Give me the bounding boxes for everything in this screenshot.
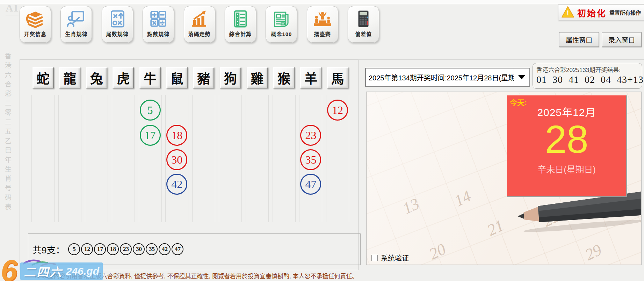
number-ball: 17 (140, 125, 161, 146)
toolbar-button[interactable]: 落碼走勢 (184, 6, 215, 43)
summary-balls: 51217182330354247 (68, 243, 184, 255)
today-calendar-card: 今天: 2025年12月 28 辛未日(星期日) (507, 95, 627, 197)
summary-label: 共9支： (32, 243, 65, 256)
number-ball: 47 (300, 174, 321, 195)
latest-result-box: 香港六合彩2025133期开奖结果: 01 30 41 02 04 43+13 (533, 63, 642, 89)
toolbar-button[interactable]: 概念100 (266, 6, 297, 43)
podium-icon (312, 9, 333, 29)
number-ball: 5 (140, 100, 161, 121)
site-watermark: 二四六 246.gd (20, 262, 103, 280)
zodiac-tab[interactable]: 馬 (327, 67, 348, 88)
toolbar-button[interactable]: 點數規律 (143, 6, 174, 43)
zodiac-tab[interactable]: 猴 (273, 67, 295, 88)
summary-ball: 18 (107, 243, 119, 255)
summary-ball: 17 (94, 243, 106, 255)
zodiac-tab[interactable]: 狗 (220, 67, 241, 88)
calendar-day-info: 辛未日(星期日) (507, 163, 626, 175)
app-window: A1 开奖信息 生肖规律 尾数规律 點數規律 落碼走勢 綜合計算 概念100 擂… (0, 0, 644, 281)
newspaper-icon (271, 9, 291, 29)
calculator-icon (353, 9, 374, 29)
toolbar-button[interactable]: 生肖规律 (60, 6, 92, 43)
toolbar-button-label: 概念100 (271, 30, 292, 37)
number-ball: 35 (300, 149, 321, 170)
summary-ball: 42 (159, 243, 171, 255)
grid-column (273, 95, 296, 222)
zodiac-tab[interactable]: 蛇 (32, 67, 54, 88)
system-check-label: 系统验证 (381, 253, 409, 263)
summary-ball: 30 (133, 243, 145, 255)
checklist-icon (230, 9, 251, 29)
system-check-checkbox[interactable] (371, 255, 378, 261)
grid-column (219, 95, 242, 222)
presentation-icon (66, 9, 86, 29)
summary-ball: 23 (120, 243, 132, 255)
zodiac-tab[interactable]: 雞 (247, 67, 268, 88)
toolbar-button-label: 點數規律 (147, 30, 169, 37)
toolbar-button[interactable]: 偏差值 (348, 6, 379, 43)
grid-column (112, 95, 135, 222)
zodiac-tab[interactable]: 羊 (300, 67, 321, 88)
books-icon (25, 9, 45, 29)
grid-column: 517 (139, 95, 162, 222)
math-grid-icon (148, 9, 168, 29)
toolbar-button-label: 尾数规律 (106, 30, 129, 37)
number-ball: 30 (166, 149, 187, 170)
left-vertical-caption: 香港六合彩二零二五乙巳年生肖号码表 (3, 52, 12, 213)
grid-column: 12 (326, 95, 349, 222)
grid-column (246, 95, 269, 222)
summary-ball: 12 (81, 243, 93, 255)
grid-column (31, 95, 55, 222)
grid-column (85, 95, 108, 222)
system-check-row: 系统验证 (371, 253, 409, 263)
site-watermark-domain: 246.gd (66, 265, 99, 277)
number-ball: 42 (166, 174, 187, 195)
today-label: 今天: (510, 97, 527, 107)
grid-column: 233547 (299, 95, 322, 222)
trend-chart-icon (189, 9, 210, 29)
number-ball: 23 (300, 125, 321, 146)
calendar-day: 28 (507, 120, 626, 159)
entry-window-button[interactable]: 录入窗口 (602, 32, 642, 47)
tactics-icon (107, 9, 128, 29)
draw-period-value: 2025年第134期开奖时间:2025年12月28日(星期日) (366, 69, 514, 86)
zodiac-tab[interactable]: 牛 (139, 67, 161, 88)
number-ball: 12 (327, 100, 348, 121)
dropdown-arrow-icon[interactable] (514, 69, 529, 86)
corner-mark: A1 (6, 3, 19, 15)
draw-period-select[interactable]: 2025年第134期开奖时间:2025年12月28日(星期日) (365, 68, 530, 87)
toolbar-button-label: 擂臺賽 (314, 30, 331, 37)
init-button-subtitle: 重置所有操作 (609, 9, 641, 16)
init-button[interactable]: ! 初始化 重置所有操作 (558, 5, 644, 20)
zodiac-tab[interactable]: 虎 (113, 67, 134, 88)
number-ball: 18 (166, 125, 187, 146)
toolbar-button-label: 綜合計算 (229, 30, 252, 37)
summary-ball: 35 (146, 243, 158, 255)
toolbar-button-label: 落碼走勢 (188, 30, 211, 37)
toolbar-button[interactable]: 尾数规律 (102, 6, 133, 43)
summary-ball: 47 (172, 243, 183, 255)
window-top-strip (0, 0, 644, 4)
zodiac-tab[interactable]: 兔 (86, 67, 107, 88)
site-watermark-name: 二四六 (24, 263, 63, 280)
toolbar-button[interactable]: 开奖信息 (20, 6, 51, 43)
grid-column: 183042 (165, 95, 188, 222)
svg-text:!: ! (567, 9, 569, 17)
toolbar-button-label: 生肖规律 (65, 30, 87, 37)
top-divider (358, 59, 644, 60)
zodiac-tab[interactable]: 龍 (59, 67, 80, 88)
toolbar-button[interactable]: 擂臺賽 (307, 6, 338, 43)
latest-result-numbers: 01 30 41 02 04 43+13 (536, 74, 638, 85)
summary-box: 共9支： 51217182330354247 (28, 233, 361, 265)
zodiac-tab[interactable]: 鼠 (166, 67, 188, 88)
calendar-panel: 131420212229 今天: 2025年12月 28 辛未日(星期日) 系统… (366, 92, 642, 265)
toolbar-button-label: 开奖信息 (24, 30, 46, 37)
latest-result-title: 香港六合彩2025133期开奖结果: (536, 65, 638, 74)
toolbar-button[interactable]: 綜合計算 (225, 6, 256, 43)
warning-triangle-icon: ! (561, 5, 574, 20)
zodiac-tab[interactable]: 豬 (193, 67, 214, 88)
properties-window-button[interactable]: 属性窗口 (559, 32, 599, 47)
init-button-title: 初始化 (577, 6, 607, 19)
toolbar-button-label: 偏差值 (355, 30, 372, 37)
grid-column (192, 95, 215, 222)
grid-column (58, 95, 81, 222)
